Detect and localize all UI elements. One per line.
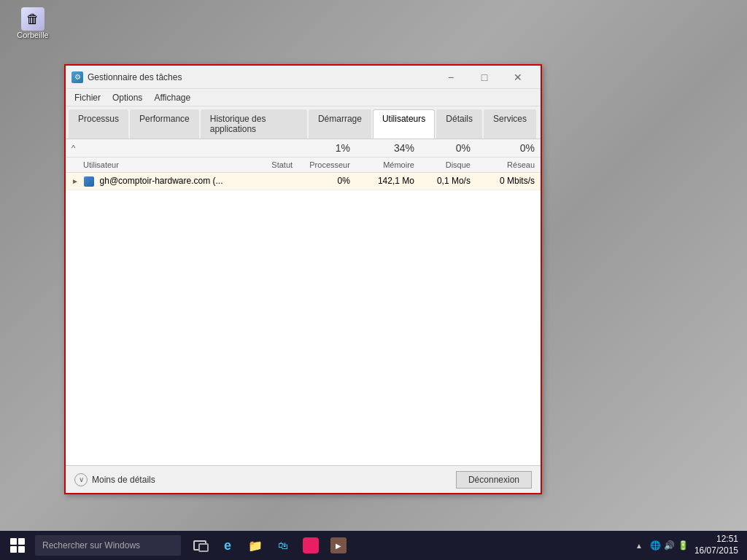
clock-time: 12:51 <box>694 534 738 545</box>
tab-details[interactable]: Détails <box>436 109 482 139</box>
taskbar: Rechercher sur Windows e 📁 🛍 ▶ <box>0 531 747 560</box>
desktop: 🗑 Corbeille ⚙ Gestionnaire des tâches − … <box>0 0 747 560</box>
content-area: ^ 1% 34% 0% 0% <box>66 139 541 465</box>
windows-logo-icon <box>10 538 25 553</box>
title-bar-buttons: − □ ✕ <box>434 66 535 89</box>
minimize-button[interactable]: − <box>434 66 468 89</box>
header-memoire-pct: 34% <box>362 142 414 154</box>
search-label: Rechercher sur Windows <box>42 540 140 551</box>
close-button[interactable]: ✕ <box>501 66 535 89</box>
deconnexion-button[interactable]: Déconnexion <box>456 471 532 489</box>
row-processeur: 0% <box>298 173 356 190</box>
header-disque-pct: 0% <box>426 142 471 154</box>
tab-services[interactable]: Services <box>484 109 536 139</box>
recycle-bin-label: Corbeille <box>17 31 48 39</box>
less-details-label: Moins de détails <box>92 475 155 485</box>
tray-expand-icon[interactable]: ▲ <box>634 540 644 551</box>
tab-demarrage[interactable]: Démarrage <box>309 109 371 139</box>
title-bar-icon: ⚙ <box>71 71 83 83</box>
edge-button[interactable]: e <box>214 531 241 560</box>
app2-icon: ▶ <box>330 537 347 553</box>
recycle-bin-graphic: 🗑 <box>21 7 44 31</box>
users-table: ^ 1% 34% 0% 0% <box>66 139 541 190</box>
col-memoire-label: Mémoire <box>383 160 414 169</box>
col-processeur-label: Processeur <box>309 160 350 169</box>
col-statut-label: Statut <box>271 160 293 169</box>
battery-icon: 🔋 <box>678 540 689 551</box>
table-row: ► gh@comptoir-hardware.com (... 0% 142,1… <box>66 173 541 190</box>
title-bar-text: Gestionnaire des tâches <box>88 72 434 82</box>
store-icon: 🛍 <box>276 538 290 553</box>
tabs-bar: Processus Performance Historique des app… <box>66 106 541 139</box>
task-view-button[interactable] <box>187 531 213 560</box>
search-bar[interactable]: Rechercher sur Windows <box>35 535 181 556</box>
app1-icon <box>303 537 319 553</box>
row-memoire: 142,1 Mo <box>356 173 420 190</box>
row-reseau: 0 Mbits/s <box>476 173 541 190</box>
task-manager-window: ⚙ Gestionnaire des tâches − □ ✕ Fichier … <box>64 64 542 494</box>
system-tray: 🌐 🔊 🔋 <box>650 540 689 551</box>
explorer-icon: 📁 <box>248 538 263 553</box>
task-view-icon <box>193 540 206 551</box>
title-bar: ⚙ Gestionnaire des tâches − □ ✕ <box>66 66 541 89</box>
clock-date: 16/07/2015 <box>694 545 738 557</box>
volume-icon: 🔊 <box>664 540 675 551</box>
col-disque-label: Disque <box>446 160 471 169</box>
edge-icon: e <box>220 538 235 553</box>
maximize-button[interactable]: □ <box>468 66 501 89</box>
tab-performance[interactable]: Performance <box>130 109 199 139</box>
bottom-bar: ∨ Moins de détails Déconnexion <box>66 465 541 493</box>
row-statut <box>242 173 298 190</box>
header-processeur-pct: 1% <box>304 142 350 154</box>
app1-button[interactable] <box>298 531 324 560</box>
network-icon: 🌐 <box>650 540 661 551</box>
store-button[interactable]: 🛍 <box>270 531 296 560</box>
col-utilisateur-label: Utilisateur <box>83 160 119 169</box>
clock[interactable]: 12:51 16/07/2015 <box>694 534 738 556</box>
start-button[interactable] <box>3 531 32 560</box>
menu-options[interactable]: Options <box>107 91 148 104</box>
col-reseau-label: Réseau <box>507 160 535 169</box>
less-details-icon: ∨ <box>74 473 88 486</box>
taskbar-icons: e 📁 🛍 ▶ <box>187 531 352 560</box>
menu-fichier[interactable]: Fichier <box>69 91 107 104</box>
menu-bar: Fichier Options Affichage <box>66 89 541 106</box>
expand-arrow-icon[interactable]: ► <box>71 177 79 185</box>
taskbar-right: ▲ 🌐 🔊 🔋 12:51 16/07/2015 <box>634 534 744 556</box>
less-details-button[interactable]: ∨ Moins de détails <box>74 473 155 486</box>
app2-button[interactable]: ▶ <box>325 531 352 560</box>
tab-historique[interactable]: Historique des applications <box>201 109 307 139</box>
menu-affichage[interactable]: Affichage <box>148 91 196 104</box>
table-header-values: ^ 1% 34% 0% 0% <box>66 139 541 158</box>
tab-utilisateurs[interactable]: Utilisateurs <box>373 109 435 139</box>
explorer-button[interactable]: 📁 <box>242 531 268 560</box>
tab-processus[interactable]: Processus <box>69 109 128 139</box>
row-disque: 0,1 Mo/s <box>420 173 476 190</box>
user-name: gh@comptoir-hardware.com (... <box>100 176 223 186</box>
recycle-bin-icon[interactable]: 🗑 Corbeille <box>11 7 55 39</box>
sort-arrow: ^ <box>71 144 75 152</box>
user-icon <box>84 176 94 187</box>
table-column-headers: Utilisateur Statut Processeur Mémoire Di <box>66 158 541 173</box>
header-reseau-pct: 0% <box>482 142 535 154</box>
